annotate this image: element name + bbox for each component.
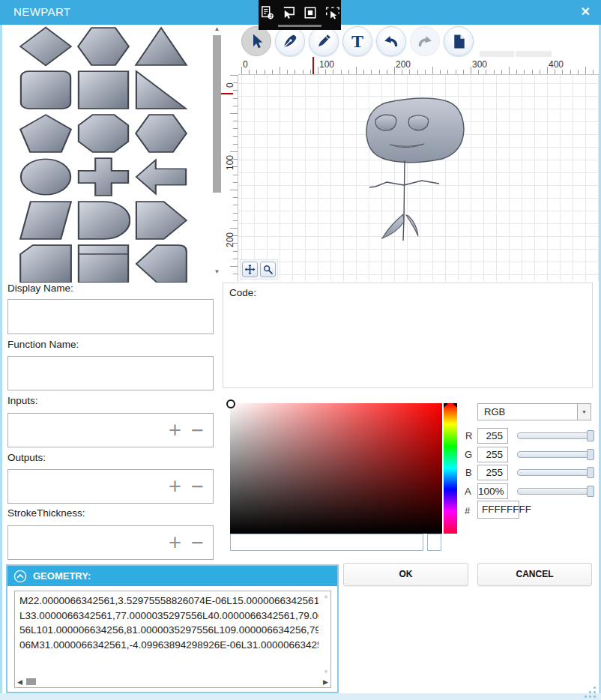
canvas-nav-tools xyxy=(240,259,278,280)
sv-cursor[interactable] xyxy=(226,399,235,408)
chevron-down-icon[interactable]: ▼ xyxy=(577,404,591,420)
pan-button[interactable] xyxy=(242,262,258,277)
capture-region-icon[interactable] xyxy=(303,6,317,25)
palette-shape-hexagon-flat[interactable] xyxy=(133,112,189,154)
stick-figure-drawing[interactable] xyxy=(351,96,493,246)
palette-shape-octagon[interactable] xyxy=(76,112,131,154)
palette-scrollbar[interactable]: ▲ ▼ xyxy=(212,25,222,283)
outputs-list[interactable]: + − xyxy=(7,469,214,504)
overlay-drag-handle[interactable] xyxy=(278,25,321,27)
vruler-tick-label: 200 xyxy=(225,225,235,255)
slider-thumb[interactable] xyxy=(587,486,594,497)
channel-r-input[interactable]: 255 xyxy=(477,428,508,444)
ok-button[interactable]: OK xyxy=(343,563,468,586)
color-mode-select[interactable]: RGB ▼ xyxy=(477,403,591,420)
ruler-cursor-marker-x xyxy=(312,57,314,74)
collapse-chevron-icon[interactable] xyxy=(13,570,27,583)
palette-shape-parallelogram[interactable] xyxy=(18,199,73,241)
code-panel[interactable]: Code: xyxy=(223,283,593,388)
hruler-tick-label: 400 xyxy=(549,59,564,70)
color-swatch-box[interactable] xyxy=(427,534,441,551)
hruler-tick-label: 300 xyxy=(472,59,487,70)
redo-tool-button[interactable] xyxy=(410,26,440,56)
scroll-right-icon[interactable]: ▶ xyxy=(323,678,328,686)
hue-marker xyxy=(444,403,448,408)
palette-shape-arrow-left[interactable] xyxy=(133,155,189,198)
color-text-input[interactable] xyxy=(230,534,423,551)
palette-shape-rectangle-cut-corner[interactable] xyxy=(18,242,73,283)
pencil-tool-button[interactable] xyxy=(309,26,339,56)
palette-shape-rectangle[interactable] xyxy=(76,68,131,111)
hruler-tick-label: 0 xyxy=(243,59,248,70)
geometry-path-textarea[interactable]: M22.0000066342561,3.52975558826074E-06L1… xyxy=(14,591,331,688)
geometry-path-line: 56L101.000006634256,81.0000035297556L109… xyxy=(19,623,318,638)
function-name-label: Function Name: xyxy=(7,339,79,350)
capture-overlay[interactable] xyxy=(259,0,341,30)
palette-shape-triangle[interactable] xyxy=(133,25,189,67)
geometry-header[interactable]: GEOMETRY: xyxy=(7,566,337,586)
scroll-left-icon[interactable]: ◀ xyxy=(17,678,22,686)
palette-shape-hexagon[interactable] xyxy=(76,25,131,67)
palette-shape-d-shape[interactable] xyxy=(76,199,131,241)
resize-grip[interactable] xyxy=(585,687,598,698)
remove-stroke-button[interactable]: − xyxy=(191,532,204,554)
palette-scrollbar-thumb[interactable] xyxy=(213,35,221,193)
remove-input-button[interactable]: − xyxy=(191,420,204,441)
pen-tool-button[interactable] xyxy=(275,26,305,56)
window-border xyxy=(0,25,2,700)
hex-label: # xyxy=(465,505,470,516)
new-document-tool-button[interactable] xyxy=(444,26,474,56)
capture-freeform-icon[interactable] xyxy=(324,5,339,25)
palette-shape-ellipse[interactable] xyxy=(18,155,73,198)
palette-shape-rectangle-header[interactable] xyxy=(76,242,131,283)
capture-window-icon[interactable] xyxy=(282,5,296,25)
scroll-down-icon[interactable]: ▼ xyxy=(323,669,329,675)
geometry-path-text: M22.0000066342561,3.52975558826074E-06L1… xyxy=(19,594,318,675)
scroll-up-icon[interactable]: ▲ xyxy=(323,593,329,600)
slider-thumb[interactable] xyxy=(587,467,594,478)
select-tool-button[interactable] xyxy=(241,26,271,56)
hscroll-thumb[interactable] xyxy=(26,678,36,685)
saturation-value-picker[interactable] xyxy=(230,403,442,534)
add-stroke-button[interactable]: + xyxy=(169,532,181,554)
cancel-button[interactable]: CANCEL xyxy=(477,563,592,586)
palette-shape-cross[interactable] xyxy=(76,155,131,198)
add-input-button[interactable]: + xyxy=(169,420,181,441)
slider-thumb[interactable] xyxy=(587,449,594,460)
magnifier-icon xyxy=(262,264,274,275)
display-name-label: Display Name: xyxy=(7,283,73,294)
vertical-ruler: 0100200 xyxy=(225,75,238,281)
undo-tool-button[interactable] xyxy=(376,26,406,56)
inputs-list[interactable]: + − xyxy=(7,413,214,447)
close-icon[interactable]: ✕ xyxy=(581,4,591,19)
display-name-input[interactable] xyxy=(7,299,214,334)
channel-r-slider[interactable] xyxy=(517,432,594,439)
hue-slider[interactable] xyxy=(444,403,457,534)
stroke-thickness-list[interactable]: + − xyxy=(7,525,214,560)
channel-b-slider[interactable] xyxy=(517,469,594,476)
channel-g-input[interactable]: 255 xyxy=(477,447,508,462)
channel-a-slider[interactable] xyxy=(517,488,594,495)
geometry-hscrollbar[interactable]: ◀ ▶ xyxy=(17,677,328,687)
add-output-button[interactable]: + xyxy=(169,476,181,498)
drawing-canvas[interactable] xyxy=(238,75,601,281)
palette-shape-arrow-pentagon[interactable] xyxy=(133,199,189,241)
scroll-down-icon[interactable]: ▼ xyxy=(212,268,222,277)
slider-thumb[interactable] xyxy=(587,430,594,441)
scroll-up-icon[interactable]: ▲ xyxy=(212,25,222,34)
channel-b-input[interactable]: 255 xyxy=(477,465,508,480)
text-tool-button[interactable]: T xyxy=(342,26,372,56)
select-icon xyxy=(247,32,265,50)
palette-shape-pentagon[interactable] xyxy=(18,112,73,154)
remove-output-button[interactable]: − xyxy=(191,476,204,498)
zoom-button[interactable] xyxy=(260,262,276,277)
palette-shape-rounded-rectangle[interactable] xyxy=(18,68,73,111)
channel-a-input[interactable]: 100% xyxy=(477,483,508,499)
palette-shape-right-triangle[interactable] xyxy=(133,68,189,111)
function-name-input[interactable] xyxy=(7,356,214,390)
hex-input[interactable]: FFFFFFFF xyxy=(477,501,519,519)
capture-document-icon[interactable] xyxy=(261,5,274,25)
palette-shape-pentagon-left[interactable] xyxy=(133,242,189,283)
channel-g-slider[interactable] xyxy=(517,451,594,458)
palette-shape-diamond[interactable] xyxy=(18,25,73,67)
